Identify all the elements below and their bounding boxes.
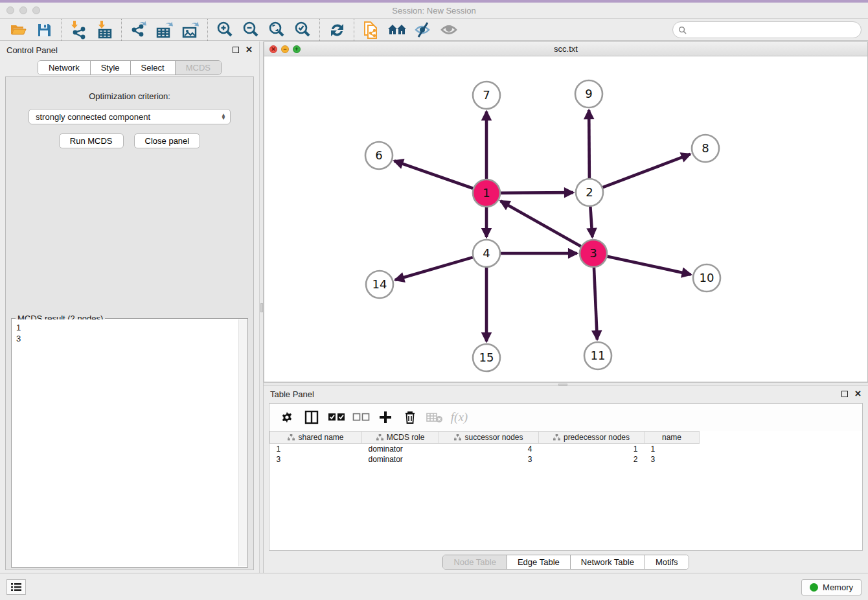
graph-edge-3-11[interactable] [594, 268, 597, 340]
open-file-icon[interactable] [5, 20, 31, 40]
mcds-result-item[interactable]: 1 [16, 322, 234, 333]
graph-edge-1-2[interactable] [501, 192, 573, 193]
gear-icon[interactable] [276, 407, 298, 428]
cell-successor-nodes[interactable]: 3 [439, 454, 539, 465]
list-icon [11, 583, 21, 592]
memory-status-icon [810, 583, 818, 592]
float-panel-icon[interactable] [233, 47, 239, 53]
graph-edge-3-1[interactable] [501, 201, 581, 246]
table-panel-header: Table Panel ✕ [264, 386, 868, 402]
splitter-grip[interactable] [260, 303, 263, 312]
table-row[interactable]: 1 dominator 4 1 1 [270, 444, 700, 454]
add-column-icon[interactable] [374, 407, 396, 428]
duplicate-network-icon[interactable] [358, 20, 384, 40]
select-all-icon[interactable] [325, 407, 347, 428]
graph-edge-1-6[interactable] [394, 161, 474, 188]
network-window-titlebar[interactable]: ✕ − + scc.txt [264, 42, 867, 56]
run-mcds-button[interactable]: Run MCDS [59, 133, 124, 148]
tab-select[interactable]: Select [131, 61, 176, 75]
vertical-splitter[interactable] [259, 41, 264, 573]
tab-motifs[interactable]: Motifs [645, 555, 689, 569]
zoom-out-icon[interactable] [238, 20, 264, 40]
tab-node-table[interactable]: Node Table [443, 555, 507, 569]
graph-edge-4-14[interactable] [395, 257, 473, 280]
column-header-predecessor-nodes[interactable]: predecessor nodes [539, 432, 645, 444]
export-image-icon[interactable] [177, 20, 203, 40]
close-panel-button[interactable]: Close panel [134, 133, 201, 148]
network-canvas[interactable]: 7968124314101511 [264, 57, 867, 382]
attribute-icon [288, 434, 295, 441]
export-table-icon[interactable] [152, 20, 177, 40]
tab-style[interactable]: Style [91, 61, 131, 75]
toolbar-separator [207, 19, 208, 41]
save-session-icon[interactable] [31, 20, 57, 40]
graph-edge-2-3[interactable] [590, 207, 592, 237]
toolbar-separator [319, 19, 320, 41]
delete-table-icon[interactable] [424, 407, 446, 428]
cell-shared-name[interactable]: 3 [270, 454, 362, 465]
split-column-icon[interactable] [301, 407, 323, 428]
zoom-selected-icon[interactable] [290, 20, 315, 40]
cell-predecessor-nodes[interactable]: 1 [539, 444, 645, 454]
refresh-layout-icon[interactable] [324, 20, 350, 40]
mcds-result-item[interactable]: 3 [16, 333, 234, 344]
column-header-name[interactable]: name [645, 432, 700, 444]
graph-edge-3-10[interactable] [607, 257, 691, 275]
close-panel-icon[interactable]: ✕ [246, 47, 253, 53]
memory-button[interactable]: Memory [801, 579, 862, 595]
graph-node-label: 11 [591, 349, 606, 362]
node-table-container: f(x) shared name MCDS role successor nod… [269, 403, 863, 551]
tab-network-table[interactable]: Network Table [571, 555, 645, 569]
table-row[interactable]: 3 dominator 3 2 3 [270, 454, 700, 465]
column-header-mcds-role[interactable]: MCDS role [362, 432, 439, 444]
cell-shared-name[interactable]: 1 [270, 444, 362, 454]
cell-predecessor-nodes[interactable]: 2 [539, 454, 645, 465]
result-scrollbar[interactable] [238, 319, 247, 566]
zoom-fit-icon[interactable] [264, 20, 290, 40]
export-network-icon[interactable] [126, 20, 152, 40]
graph-edge-2-8[interactable] [603, 154, 691, 187]
import-network-icon[interactable] [65, 20, 91, 40]
graph-edges[interactable] [394, 110, 691, 341]
graph-node-label: 10 [700, 271, 714, 284]
table-panel-title: Table Panel [270, 389, 314, 399]
graph-node-label: 9 [585, 87, 592, 100]
import-table-icon[interactable] [91, 20, 117, 40]
vizmap-hide-icon[interactable] [410, 20, 436, 40]
cell-mcds-role[interactable]: dominator [362, 454, 439, 465]
mcds-result-group: MCDS result (2 nodes) 1 3 [11, 318, 248, 568]
table-toolbar: f(x) [269, 404, 862, 431]
tab-edge-table[interactable]: Edge Table [507, 555, 571, 569]
window-titlebar: Session: New Session [0, 3, 868, 19]
cell-mcds-role[interactable]: dominator [362, 444, 439, 454]
tab-network[interactable]: Network [38, 61, 91, 75]
splitter-grip[interactable] [558, 384, 567, 386]
cell-name[interactable]: 1 [645, 444, 700, 454]
node-table[interactable]: shared name MCDS role successor nodes pr… [269, 431, 700, 465]
close-panel-icon[interactable]: ✕ [854, 391, 862, 397]
cell-name[interactable]: 3 [645, 454, 700, 465]
deselect-all-icon[interactable] [350, 407, 372, 428]
bird-eye-icon[interactable] [436, 20, 462, 40]
graph-node-label: 1 [483, 186, 490, 200]
column-header-shared-name[interactable]: shared name [270, 432, 362, 444]
delete-column-icon[interactable] [399, 407, 421, 428]
show-panels-button[interactable] [6, 579, 26, 595]
column-header-successor-nodes[interactable]: successor nodes [439, 432, 539, 444]
network-overview-icon[interactable] [384, 20, 410, 40]
function-builder-icon[interactable]: f(x) [448, 407, 470, 428]
zoom-in-icon[interactable] [212, 20, 238, 40]
float-panel-icon[interactable] [841, 391, 848, 397]
cell-successor-nodes[interactable]: 4 [439, 444, 539, 454]
search-icon [678, 26, 687, 34]
control-panel-title: Control Panel [6, 45, 58, 55]
tab-mcds[interactable]: MCDS [176, 61, 221, 75]
toolbar-search[interactable] [672, 21, 862, 38]
search-input[interactable] [689, 25, 856, 34]
mcds-result-list[interactable]: 1 3 [12, 319, 238, 566]
graph-edge-2-9[interactable] [589, 110, 589, 178]
criterion-select[interactable]: strongly connected component ▲▼ [29, 109, 231, 124]
chevron-updown-icon: ▲▼ [221, 113, 226, 120]
graph-node-label: 2 [586, 185, 593, 199]
table-header-row[interactable]: shared name MCDS role successor nodes pr… [270, 432, 700, 444]
